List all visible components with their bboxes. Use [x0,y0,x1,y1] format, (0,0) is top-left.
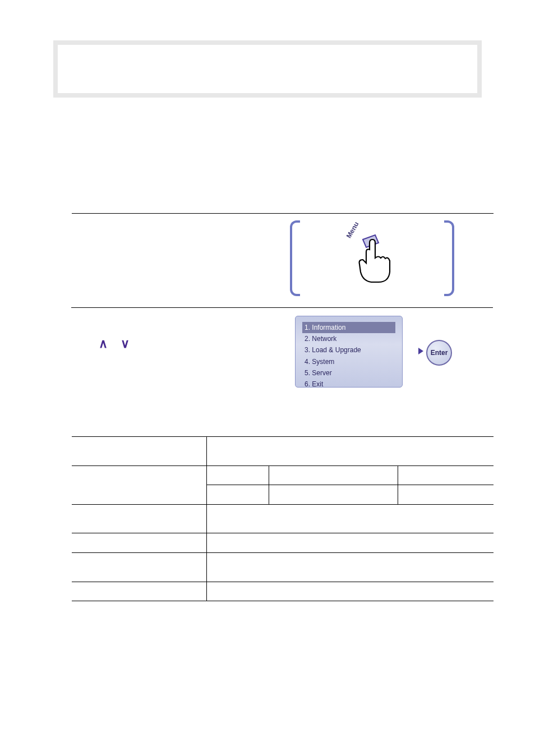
step2-text-pre: Use the [72,339,99,347]
row4-desc: System: Set the Baud Rate and enable or … [206,533,494,552]
row5-desc: • MagicNet: Set whether to enable the Ma… [206,552,494,582]
osd-item-server: 5. Server [302,367,395,379]
row1-desc: You can see the version and the network … [206,437,494,466]
row1-label: 1. Information [72,437,206,466]
row2-c2: Server IP [269,465,398,485]
up-down-arrows-icon: ∧ ∨ [99,334,133,353]
banner-box: CHAPTER 4 Boot Menu Describes the Boot m… [53,40,482,98]
osd-menu: 1. Information 2. Network 3. Load & Upgr… [295,316,403,388]
table-row: 3. Load & Upgrade Load Default Value: Se… [72,504,494,533]
main-menu-table: 1. Information You can see the version a… [72,436,494,601]
row2-label: 2. Network [72,465,206,504]
bracket-right-icon [444,220,454,296]
enter-circle-icon: Enter [426,340,452,366]
row2-c3: The default is the Pilot IP. [398,465,494,485]
osd-item-system: 4. System [302,356,395,367]
step1-text: After mounting the system and connecting… [72,238,285,282]
step1-section: 1. Entering the Boot Menu After mounting… [72,222,285,282]
row6-label: 6. Exit [72,582,206,601]
menu-key-illustration: Menu [290,220,454,296]
divider [72,213,494,214]
chapter-subtitle: Describes the Boot menu configuration. [75,72,212,81]
row2b-c2: When it is set to DHCP, it is disabled. [269,485,398,504]
chapter-title: CHAPTER 4 Boot Menu [75,53,224,69]
step2-text: Use the ∧ ∨ keys to move to the item you… [72,334,285,364]
table-row: 5. Server • MagicNet: Set whether to ena… [72,552,494,582]
bracket-left-icon [290,220,300,296]
table-row: 4. System System: Set the Baud Rate and … [72,533,494,552]
overview-section: Overview of Boot Menu The administrator … [68,122,472,178]
row3-desc: Load Default Value: Set whether to Initi… [206,504,494,533]
step1-title: 1. Entering the Boot Menu [72,222,285,231]
osd-item-exit: 6. Exit [302,379,395,390]
main-menu-items-heading: Main Menu Items [53,420,121,429]
overview-para-1: The administrator can use the boot menu … [68,144,472,155]
osd-item-network: 2. Network [302,333,395,344]
row4-label: 4. System [72,533,206,552]
table-row: 2. Network MAC Address Server IP The def… [72,465,494,485]
step2-title: 2. Main Menu [72,314,285,323]
divider [71,307,493,308]
enter-label: Enter [431,349,448,357]
play-triangle-icon [418,348,423,354]
row5-label: 5. Server [72,552,206,582]
osd-item-information: 1. Information [302,322,395,333]
osd-item-load-upgrade: 3. Load & Upgrade [302,344,395,356]
row2b-c3: Subnet Mask / Gateway [398,485,494,504]
overview-para-2: Please set up the boot menu before the s… [68,161,472,172]
hand-icon [346,233,396,286]
step2-section: 2. Main Menu Use the ∧ ∨ keys to move to… [72,314,285,364]
row6-desc: • Save & Exit / • No Save & Exit [206,582,494,601]
row2b-c1: IP Address [206,485,269,504]
table-row: 1. Information You can see the version a… [72,437,494,466]
row3-label: 3. Load & Upgrade [72,504,206,533]
table-row: 6. Exit • Save & Exit / • No Save & Exit [72,582,494,601]
row2-c1: MAC Address [206,465,269,485]
overview-heading: Overview of Boot Menu [68,122,472,134]
